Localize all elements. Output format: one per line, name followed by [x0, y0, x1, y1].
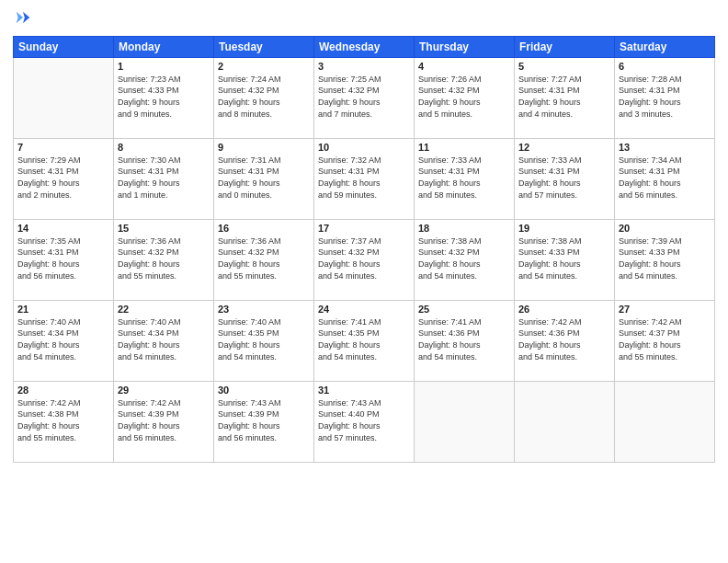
day-number: 21 — [17, 304, 109, 315]
day-number: 3 — [318, 61, 410, 72]
day-number: 23 — [218, 304, 310, 315]
day-number: 27 — [619, 304, 711, 315]
svg-marker-0 — [23, 12, 29, 24]
logo-arrow-icon — [15, 9, 31, 26]
calendar-cell: 14Sunrise: 7:35 AM Sunset: 4:31 PM Dayli… — [14, 219, 114, 300]
day-number: 30 — [218, 385, 310, 396]
weekday-header: Wednesday — [314, 36, 415, 57]
weekday-header: Sunday — [14, 36, 114, 57]
calendar-week-row: 7Sunrise: 7:29 AM Sunset: 4:31 PM Daylig… — [14, 138, 715, 219]
cell-info: Sunrise: 7:38 AM Sunset: 4:33 PM Dayligh… — [518, 236, 610, 282]
calendar-cell: 11Sunrise: 7:33 AM Sunset: 4:31 PM Dayli… — [415, 138, 515, 219]
calendar-cell: 25Sunrise: 7:41 AM Sunset: 4:36 PM Dayli… — [415, 300, 515, 381]
header — [13, 9, 715, 30]
day-number: 22 — [118, 304, 210, 315]
calendar-cell: 2Sunrise: 7:24 AM Sunset: 4:32 PM Daylig… — [214, 57, 314, 138]
day-number: 25 — [418, 304, 510, 315]
day-number: 9 — [218, 142, 310, 153]
weekday-header: Thursday — [415, 36, 515, 57]
calendar-cell — [615, 381, 715, 462]
cell-info: Sunrise: 7:43 AM Sunset: 4:40 PM Dayligh… — [318, 397, 410, 443]
cell-info: Sunrise: 7:42 AM Sunset: 4:36 PM Dayligh… — [518, 316, 610, 362]
calendar-week-row: 14Sunrise: 7:35 AM Sunset: 4:31 PM Dayli… — [14, 219, 715, 300]
cell-info: Sunrise: 7:36 AM Sunset: 4:32 PM Dayligh… — [218, 236, 310, 282]
calendar-cell: 13Sunrise: 7:34 AM Sunset: 4:31 PM Dayli… — [615, 138, 715, 219]
weekday-header: Tuesday — [214, 36, 314, 57]
logo — [13, 9, 31, 30]
weekday-header: Friday — [515, 36, 615, 57]
calendar-cell: 24Sunrise: 7:41 AM Sunset: 4:35 PM Dayli… — [314, 300, 415, 381]
cell-info: Sunrise: 7:25 AM Sunset: 4:32 PM Dayligh… — [318, 74, 410, 120]
day-number: 28 — [17, 385, 109, 396]
calendar-cell: 9Sunrise: 7:31 AM Sunset: 4:31 PM Daylig… — [214, 138, 314, 219]
calendar-cell: 3Sunrise: 7:25 AM Sunset: 4:32 PM Daylig… — [314, 57, 415, 138]
cell-info: Sunrise: 7:27 AM Sunset: 4:31 PM Dayligh… — [518, 74, 610, 120]
calendar-cell: 21Sunrise: 7:40 AM Sunset: 4:34 PM Dayli… — [14, 300, 114, 381]
calendar-cell — [515, 381, 615, 462]
calendar-cell: 15Sunrise: 7:36 AM Sunset: 4:32 PM Dayli… — [114, 219, 214, 300]
cell-info: Sunrise: 7:42 AM Sunset: 4:38 PM Dayligh… — [17, 397, 109, 443]
main-container: SundayMondayTuesdayWednesdayThursdayFrid… — [0, 0, 728, 563]
day-number: 11 — [418, 142, 510, 153]
weekday-header: Saturday — [615, 36, 715, 57]
day-number: 6 — [619, 61, 711, 72]
cell-info: Sunrise: 7:28 AM Sunset: 4:31 PM Dayligh… — [619, 74, 711, 120]
calendar-cell: 5Sunrise: 7:27 AM Sunset: 4:31 PM Daylig… — [515, 57, 615, 138]
day-number: 4 — [418, 61, 510, 72]
cell-info: Sunrise: 7:39 AM Sunset: 4:33 PM Dayligh… — [619, 236, 711, 282]
cell-info: Sunrise: 7:41 AM Sunset: 4:35 PM Dayligh… — [318, 316, 410, 362]
calendar-cell — [415, 381, 515, 462]
day-number: 10 — [318, 142, 410, 153]
cell-info: Sunrise: 7:30 AM Sunset: 4:31 PM Dayligh… — [118, 155, 210, 201]
day-number: 1 — [118, 61, 210, 72]
calendar-table: SundayMondayTuesdayWednesdayThursdayFrid… — [13, 36, 715, 463]
cell-info: Sunrise: 7:26 AM Sunset: 4:32 PM Dayligh… — [418, 74, 510, 120]
calendar-cell: 23Sunrise: 7:40 AM Sunset: 4:35 PM Dayli… — [214, 300, 314, 381]
calendar-cell: 30Sunrise: 7:43 AM Sunset: 4:39 PM Dayli… — [214, 381, 314, 462]
calendar-week-row: 21Sunrise: 7:40 AM Sunset: 4:34 PM Dayli… — [14, 300, 715, 381]
day-number: 12 — [518, 142, 610, 153]
calendar-cell: 7Sunrise: 7:29 AM Sunset: 4:31 PM Daylig… — [14, 138, 114, 219]
cell-info: Sunrise: 7:43 AM Sunset: 4:39 PM Dayligh… — [218, 397, 310, 443]
calendar-cell: 31Sunrise: 7:43 AM Sunset: 4:40 PM Dayli… — [314, 381, 415, 462]
calendar-header-row: SundayMondayTuesdayWednesdayThursdayFrid… — [14, 36, 715, 57]
calendar-cell: 18Sunrise: 7:38 AM Sunset: 4:32 PM Dayli… — [415, 219, 515, 300]
cell-info: Sunrise: 7:23 AM Sunset: 4:33 PM Dayligh… — [118, 74, 210, 120]
cell-info: Sunrise: 7:38 AM Sunset: 4:32 PM Dayligh… — [418, 236, 510, 282]
calendar-week-row: 28Sunrise: 7:42 AM Sunset: 4:38 PM Dayli… — [14, 381, 715, 462]
cell-info: Sunrise: 7:37 AM Sunset: 4:32 PM Dayligh… — [318, 236, 410, 282]
calendar-cell: 26Sunrise: 7:42 AM Sunset: 4:36 PM Dayli… — [515, 300, 615, 381]
day-number: 5 — [518, 61, 610, 72]
calendar-cell: 4Sunrise: 7:26 AM Sunset: 4:32 PM Daylig… — [415, 57, 515, 138]
cell-info: Sunrise: 7:31 AM Sunset: 4:31 PM Dayligh… — [218, 155, 310, 201]
cell-info: Sunrise: 7:36 AM Sunset: 4:32 PM Dayligh… — [118, 236, 210, 282]
day-number: 2 — [218, 61, 310, 72]
calendar-cell: 10Sunrise: 7:32 AM Sunset: 4:31 PM Dayli… — [314, 138, 415, 219]
cell-info: Sunrise: 7:33 AM Sunset: 4:31 PM Dayligh… — [418, 155, 510, 201]
day-number: 19 — [518, 223, 610, 234]
weekday-header: Monday — [114, 36, 214, 57]
calendar-cell: 6Sunrise: 7:28 AM Sunset: 4:31 PM Daylig… — [615, 57, 715, 138]
calendar-cell: 27Sunrise: 7:42 AM Sunset: 4:37 PM Dayli… — [615, 300, 715, 381]
calendar-cell: 20Sunrise: 7:39 AM Sunset: 4:33 PM Dayli… — [615, 219, 715, 300]
cell-info: Sunrise: 7:42 AM Sunset: 4:37 PM Dayligh… — [619, 316, 711, 362]
cell-info: Sunrise: 7:35 AM Sunset: 4:31 PM Dayligh… — [17, 236, 109, 282]
day-number: 7 — [17, 142, 109, 153]
calendar-cell: 8Sunrise: 7:30 AM Sunset: 4:31 PM Daylig… — [114, 138, 214, 219]
day-number: 17 — [318, 223, 410, 234]
calendar-cell: 12Sunrise: 7:33 AM Sunset: 4:31 PM Dayli… — [515, 138, 615, 219]
calendar-cell — [14, 57, 114, 138]
day-number: 13 — [619, 142, 711, 153]
cell-info: Sunrise: 7:33 AM Sunset: 4:31 PM Dayligh… — [518, 155, 610, 201]
cell-info: Sunrise: 7:41 AM Sunset: 4:36 PM Dayligh… — [418, 316, 510, 362]
calendar-cell: 16Sunrise: 7:36 AM Sunset: 4:32 PM Dayli… — [214, 219, 314, 300]
calendar-cell: 1Sunrise: 7:23 AM Sunset: 4:33 PM Daylig… — [114, 57, 214, 138]
cell-info: Sunrise: 7:40 AM Sunset: 4:34 PM Dayligh… — [17, 316, 109, 362]
cell-info: Sunrise: 7:32 AM Sunset: 4:31 PM Dayligh… — [318, 155, 410, 201]
cell-info: Sunrise: 7:34 AM Sunset: 4:31 PM Dayligh… — [619, 155, 711, 201]
calendar-cell: 29Sunrise: 7:42 AM Sunset: 4:39 PM Dayli… — [114, 381, 214, 462]
day-number: 29 — [118, 385, 210, 396]
calendar-body: 1Sunrise: 7:23 AM Sunset: 4:33 PM Daylig… — [14, 57, 715, 462]
day-number: 24 — [318, 304, 410, 315]
cell-info: Sunrise: 7:24 AM Sunset: 4:32 PM Dayligh… — [218, 74, 310, 120]
